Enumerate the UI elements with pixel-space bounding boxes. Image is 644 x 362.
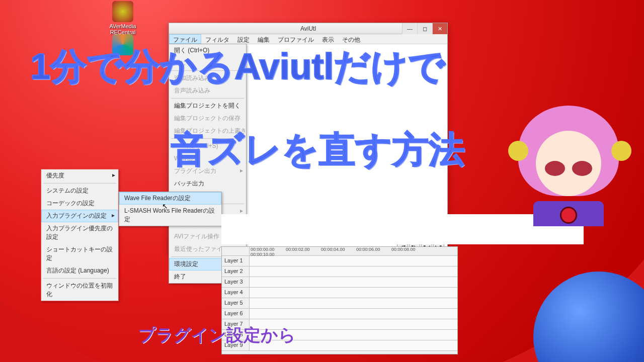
input-plugin-menu: Wave File Readerの設定L-SMASH Works File Re… <box>119 192 222 226</box>
layer-track[interactable] <box>250 298 457 308</box>
menu-item[interactable]: 言語の設定 (Language) <box>41 264 118 277</box>
window-title: AviUtl <box>300 25 316 32</box>
timeline-row[interactable]: Layer 4 <box>222 288 457 298</box>
menu-item[interactable]: 入力プラグイン優先度の設定 <box>41 222 118 243</box>
menu-item[interactable]: システムの設定 <box>41 185 118 197</box>
layer-label: Layer 2 <box>222 266 250 277</box>
menu-item: 編集プロジェクトの保存 <box>169 112 246 125</box>
avm-icon <box>112 1 133 22</box>
minimize-button[interactable]: — <box>402 23 417 34</box>
timeline-row[interactable]: Layer 2 <box>222 266 457 277</box>
timeline-row[interactable]: Layer 5 <box>222 298 457 309</box>
menu-item[interactable]: バッチ出力 <box>169 177 246 190</box>
overlay-title-line1: 1分で分かるAviutlだけで <box>30 43 445 91</box>
menu-item[interactable]: Wave File Readerの設定 <box>119 192 221 205</box>
layer-label: Layer 6 <box>222 309 250 319</box>
env-settings-menu: 優先度▸システムの設定コーデックの設定入力プラグインの設定▸入力プラグイン優先度… <box>41 169 119 301</box>
titlebar: AviUtl — ◻ ✕ <box>169 23 447 34</box>
timeline-row[interactable]: Layer 6 <box>222 309 457 319</box>
yukari-character <box>508 101 634 226</box>
menu-item[interactable]: 優先度▸ <box>41 169 118 182</box>
close-button[interactable]: ✕ <box>432 23 447 34</box>
subtitle: プラグイン設定から <box>138 324 296 347</box>
layer-label: Layer 5 <box>222 298 250 308</box>
desktop-icon-label: AVerMedia RECentral <box>107 23 139 35</box>
layer-label: Layer 3 <box>222 277 250 287</box>
maximize-button[interactable]: ◻ <box>417 23 432 34</box>
desktop-icon-avm[interactable]: AVerMedia RECentral <box>107 1 139 35</box>
layer-label: Layer 1 <box>222 256 250 266</box>
menu-item[interactable]: ショートカットキーの設定 <box>41 243 118 264</box>
timeline-row[interactable]: Layer 3 <box>222 277 457 288</box>
menu-item[interactable]: ウィンドウの位置を初期化 <box>41 280 118 301</box>
layer-track[interactable] <box>250 309 457 319</box>
layer-track[interactable] <box>250 288 457 298</box>
layer-track[interactable] <box>250 277 457 287</box>
menu-item[interactable]: 編集プロジェクトを開く <box>169 100 246 112</box>
layer-track[interactable] <box>250 266 457 277</box>
layer-label: Layer 4 <box>222 288 250 298</box>
timeline-ruler: 00:00:00.0000:00:02.0000:00:04.0000:00:0… <box>222 247 457 256</box>
timeline-row[interactable]: Layer 1 <box>222 256 457 266</box>
menu-item[interactable]: 入力プラグインの設定▸ <box>41 210 118 222</box>
layer-track[interactable] <box>250 256 457 266</box>
overlay-title-line2: 音ズレを直す方法 <box>171 126 465 174</box>
menu-item[interactable]: コーデックの設定 <box>41 197 118 210</box>
menu-item[interactable]: L-SMASH Works File Readerの設定 <box>119 205 221 226</box>
